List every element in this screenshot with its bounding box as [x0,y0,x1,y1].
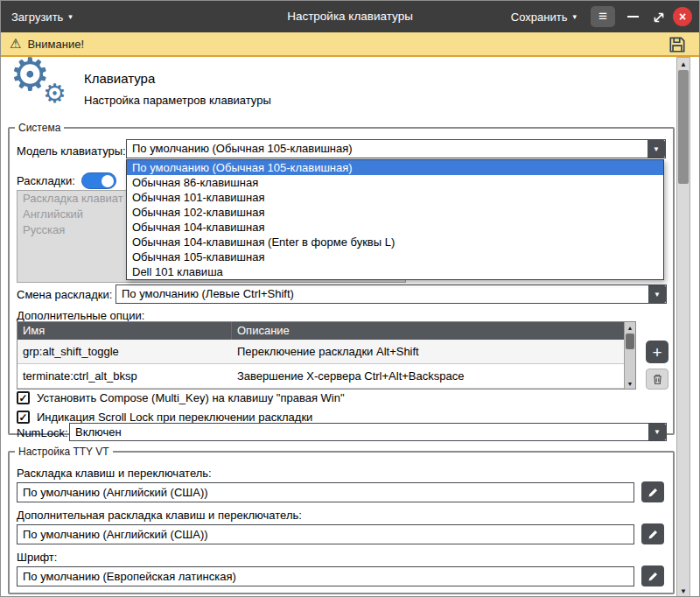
compose-checkbox-row: ✓ Установить Compose (Multi_Key) на клав… [17,391,345,404]
scrolllock-checkbox-label: Индикация Scroll Lock при переключении р… [37,411,312,424]
minimize-button[interactable] [624,7,641,26]
warning-bar: ⚠ Внимание! [1,32,699,57]
dropdown-arrow-button[interactable]: ▼ [648,285,666,303]
chevron-down-icon: ▼ [654,428,661,436]
scrolllock-checkbox-row: ✓ Индикация Scroll Lock при переключении… [17,411,312,424]
dropdown-option[interactable]: По умолчанию (Обычная 105-клавишная) [127,160,663,175]
pencil-icon [648,529,659,540]
check-icon: ✓ [18,392,27,404]
arrow-down-icon: ▼ [627,381,634,387]
keyboard-settings-icon: ⚙ ⚙ [8,60,78,115]
layout-switch-select[interactable]: По умолчанию (Левые Ctrl+Shift) ▼ [116,284,667,304]
numlock-value: Включен [70,424,648,440]
vertical-scrollbar[interactable]: ▲ ▼ [676,57,690,597]
scrollbar-thumb[interactable] [678,70,689,184]
column-header-name: Имя [18,322,232,340]
table-scroll-down-button[interactable]: ▼ [625,378,635,389]
table-header: Имя Описание [18,322,624,340]
dropdown-option[interactable]: Обычная 105-клавишная [127,249,663,264]
load-menu-button[interactable]: Загрузить ▾ [11,1,73,32]
model-dropdown-popup: По умолчанию (Обычная 105-клавишная) Обы… [126,159,664,280]
system-section: Система Модель клавиатуры: По умолчанию … [8,122,675,435]
table-row[interactable]: grp:alt_shift_toggle Переключение раскла… [18,340,624,364]
pencil-icon [648,571,659,582]
table-scroll-up-button[interactable]: ▲ [625,322,635,333]
tty-font-input[interactable] [17,566,634,586]
compose-checkbox[interactable]: ✓ [17,391,30,404]
add-option-button[interactable]: + [646,341,668,363]
table-row[interactable]: terminate:ctrl_alt_bksp Завершение X-сер… [18,364,624,389]
scroll-down-button[interactable]: ▼ [677,585,690,597]
system-legend: Система [15,122,64,134]
window-title: Настройка клавиатуры [287,1,413,32]
edit-tty-extra-layout-button[interactable] [641,523,664,544]
chevron-down-icon: ▼ [654,291,661,298]
layout-switch-value: По умолчанию (Левые Ctrl+Shift) [116,285,648,303]
save-file-button[interactable] [668,35,687,54]
tty-layout-input[interactable] [17,482,634,502]
cell-option-name: terminate:ctrl_alt_bksp [18,364,232,389]
tty-extra-layout-label: Дополнительная раскладка клавиш и перекл… [17,509,302,522]
load-menu-label: Загрузить [11,11,63,24]
arrow-up-icon: ▲ [680,60,687,68]
tty-legend: Настройка TTY VT [15,446,113,458]
table-scrollbar[interactable]: ▲ ▼ [624,322,635,389]
edit-tty-layout-button[interactable] [641,481,664,502]
options-table: Имя Описание grp:alt_shift_toggle Перекл… [17,321,636,390]
numlock-select[interactable]: Включен ▼ [69,423,667,441]
scroll-up-button[interactable]: ▲ [677,58,690,70]
page-title: Клавиатура [84,71,155,86]
keyboard-model-value: По умолчанию (Обычная 105-клавишная) [127,140,648,158]
delete-option-button[interactable] [646,369,668,390]
pencil-icon [648,487,659,498]
dropdown-option[interactable]: Обычная 86-клавишная [127,175,663,190]
dropdown-option[interactable]: Обычная 101-клавишная [127,190,663,205]
layouts-label: Раскладки: [17,174,75,187]
dropdown-option[interactable]: Обычная 102-клавишная [127,205,663,220]
dropdown-arrow-button[interactable]: ▼ [648,424,666,440]
plus-icon: + [652,344,662,361]
arrow-up-icon: ▲ [627,325,634,331]
tty-extra-layout-input[interactable] [17,524,634,544]
dropdown-option[interactable]: Обычная 104-клавишная (Enter в форме бук… [127,235,663,249]
keyboard-settings-window: Загрузить ▾ Настройка клавиатуры Сохрани… [0,0,700,597]
tty-section: Настройка TTY VT Раскладка клавиш и пере… [8,446,675,594]
dropdown-arrow-button[interactable]: ▼ [648,140,665,158]
close-icon: × [679,11,686,23]
tty-layout-label: Раскладка клавиш и переключатель: [17,467,212,480]
expand-button[interactable] [652,11,666,25]
cell-option-name: grp:alt_shift_toggle [18,340,232,364]
chevron-down-icon: ▾ [68,13,73,21]
dropdown-option[interactable]: Dell 101 клавиша [127,264,663,279]
expand-icon [652,11,666,25]
chevron-down-icon: ▾ [572,13,577,21]
cell-option-desc: Завершение X-сервера Ctrl+Alt+Backspace [232,364,624,389]
tty-font-label: Шрифт: [17,551,57,564]
layouts-toggle[interactable] [81,172,116,189]
close-button[interactable]: × [673,7,692,26]
numlock-label: NumLock: [17,426,68,439]
extra-options-label: Дополнительные опции: [17,309,144,322]
keyboard-model-select[interactable]: По умолчанию (Обычная 105-клавишная) ▼ [126,139,666,158]
cell-option-desc: Переключение раскладки Alt+Shift [232,340,624,364]
trash-icon [652,373,663,385]
save-menu-label: Сохранить [511,11,568,24]
edit-tty-font-button[interactable] [641,565,664,586]
check-icon: ✓ [18,411,27,424]
page-subtitle: Настройка параметров клавиатуры [84,94,271,107]
minimize-icon [627,16,639,18]
chevron-down-icon: ▼ [653,145,660,153]
save-menu-button[interactable]: Сохранить ▾ [511,1,577,32]
scrolllock-checkbox[interactable]: ✓ [17,411,30,424]
column-header-desc: Описание [232,322,624,340]
gear-icon: ⚙ [43,78,66,109]
arrow-down-icon: ▼ [680,587,687,595]
layout-switch-label: Смена раскладки: [17,288,112,301]
dropdown-option[interactable]: Обычная 104-клавишная [127,220,663,235]
titlebar: Загрузить ▾ Настройка клавиатуры Сохрани… [1,1,699,32]
hamburger-icon: ≡ [598,8,607,25]
hamburger-menu-button[interactable]: ≡ [591,6,615,27]
compose-checkbox-label: Установить Compose (Multi_Key) на клавиш… [37,391,345,404]
table-scrollbar-thumb[interactable] [626,334,634,349]
toggle-knob [102,175,114,187]
